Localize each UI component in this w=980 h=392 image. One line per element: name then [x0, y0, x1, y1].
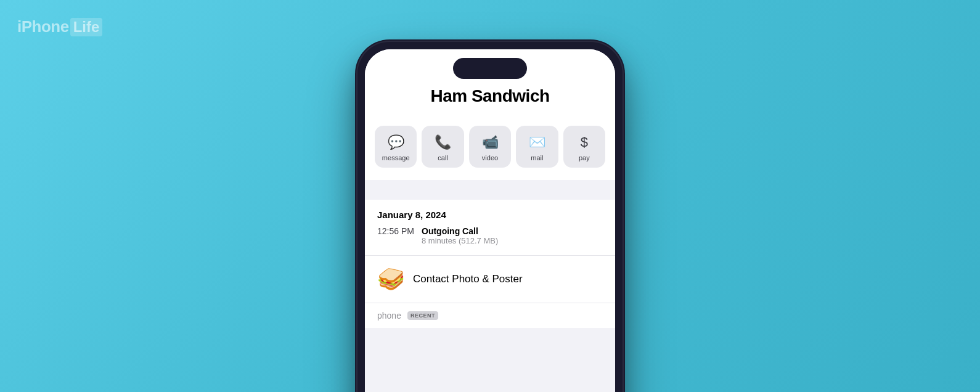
message-button[interactable]: 💬 message	[375, 126, 417, 168]
recent-badge: RECENT	[407, 311, 438, 320]
logo-life-text: Life	[70, 18, 103, 36]
message-icon: 💬	[388, 134, 404, 150]
phone-label-text: phone	[377, 311, 401, 321]
contact-poster-row[interactable]: 🥪 Contact Photo & Poster	[365, 256, 615, 303]
call-history-card: January 8, 2024 12:56 PM Outgoing Call 8…	[365, 200, 615, 255]
mail-button[interactable]: ✉️ mail	[516, 126, 558, 168]
video-button[interactable]: 📹 video	[469, 126, 511, 168]
action-buttons-row: 💬 message 📞 call 📹 video ✉️ mail $	[365, 118, 615, 180]
section-separator-1	[365, 180, 615, 200]
call-entry: 12:56 PM Outgoing Call 8 minutes (512.7 …	[377, 226, 603, 245]
call-label: call	[438, 154, 448, 161]
logo-iphone-text: iPhone	[17, 17, 69, 36]
call-duration: 8 minutes (512.7 MB)	[422, 236, 498, 245]
call-details: Outgoing Call 8 minutes (512.7 MB)	[422, 226, 498, 245]
call-date: January 8, 2024	[377, 210, 603, 220]
pay-label: pay	[579, 154, 590, 161]
dynamic-island	[453, 58, 527, 79]
mail-icon: ✉️	[529, 134, 545, 150]
phone-screen: Ham Sandwich 💬 message 📞 call 📹 video ✉️	[365, 49, 615, 392]
call-button[interactable]: 📞 call	[422, 126, 463, 168]
mail-label: mail	[531, 154, 543, 161]
pay-button[interactable]: $ pay	[563, 126, 605, 168]
video-label: video	[482, 154, 498, 161]
message-label: message	[382, 154, 410, 161]
call-icon: 📞	[435, 134, 451, 150]
phone-frame: Ham Sandwich 💬 message 📞 call 📹 video ✉️	[357, 42, 623, 392]
pay-icon: $	[581, 134, 588, 150]
call-type: Outgoing Call	[422, 226, 498, 236]
phone-label-row: phone RECENT	[365, 303, 615, 328]
poster-label: Contact Photo & Poster	[413, 273, 523, 285]
contact-name: Ham Sandwich	[377, 86, 603, 106]
video-icon: 📹	[482, 134, 499, 150]
call-time: 12:56 PM	[377, 226, 422, 236]
poster-emoji-icon: 🥪	[377, 266, 404, 293]
iphone-life-logo: iPhone Life	[17, 17, 102, 36]
screen-content: Ham Sandwich 💬 message 📞 call 📹 video ✉️	[365, 49, 615, 392]
